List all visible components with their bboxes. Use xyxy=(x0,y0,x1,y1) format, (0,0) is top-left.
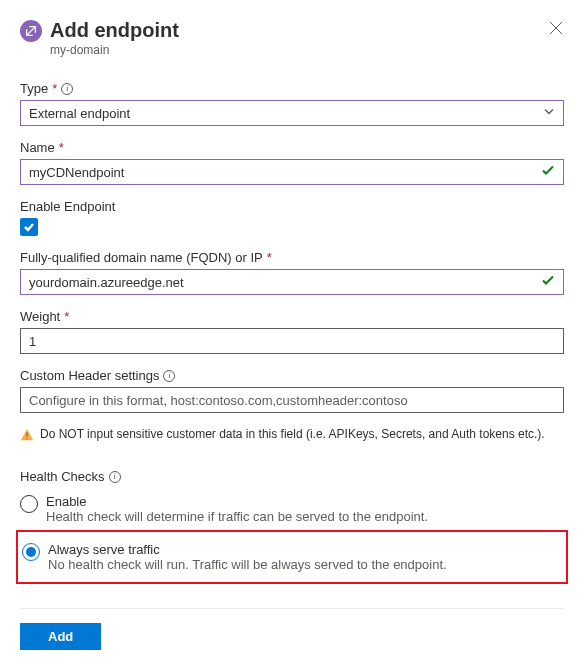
type-select[interactable]: External endpoint xyxy=(20,100,564,126)
warning-message: Do NOT input sensitive customer data in … xyxy=(20,427,564,445)
enable-checkbox[interactable] xyxy=(20,218,38,236)
required-marker: * xyxy=(52,81,57,96)
fqdn-value: yourdomain.azureedge.net xyxy=(29,275,184,290)
panel-title: Add endpoint xyxy=(50,18,179,42)
radio-desc: Health check will determine if traffic c… xyxy=(46,509,428,524)
add-button[interactable]: Add xyxy=(20,623,101,650)
health-checks-field: Health Checks i Enable Health check will… xyxy=(20,469,564,584)
enable-field: Enable Endpoint xyxy=(20,199,564,236)
type-field: Type * i External endpoint xyxy=(20,81,564,126)
custom-header-label: Custom Header settings xyxy=(20,368,159,383)
required-marker: * xyxy=(59,140,64,155)
name-label: Name xyxy=(20,140,55,155)
radio-desc: No health check will run. Traffic will b… xyxy=(48,557,447,572)
health-checks-label: Health Checks xyxy=(20,469,105,484)
footer: Add xyxy=(20,608,564,650)
name-input[interactable]: myCDNendpoint xyxy=(20,159,564,185)
enable-label: Enable Endpoint xyxy=(20,199,115,214)
info-icon[interactable]: i xyxy=(109,471,121,483)
fqdn-field: Fully-qualified domain name (FQDN) or IP… xyxy=(20,250,564,295)
custom-header-placeholder: Configure in this format, host:contoso.c… xyxy=(29,393,408,408)
health-option-enable[interactable]: Enable Health check will determine if tr… xyxy=(20,490,564,528)
panel-subtitle: my-domain xyxy=(50,43,179,57)
custom-header-field: Custom Header settings i Configure in th… xyxy=(20,368,564,413)
panel-header: Add endpoint my-domain xyxy=(20,18,564,57)
weight-input[interactable]: 1 xyxy=(20,328,564,354)
info-icon[interactable]: i xyxy=(61,83,73,95)
name-value: myCDNendpoint xyxy=(29,165,124,180)
radio-checked-icon[interactable] xyxy=(22,543,40,561)
name-field: Name * myCDNendpoint xyxy=(20,140,564,185)
health-option-always[interactable]: Always serve traffic No health check wil… xyxy=(22,538,562,576)
weight-value: 1 xyxy=(29,334,36,349)
endpoint-icon xyxy=(20,20,42,42)
radio-unchecked-icon[interactable] xyxy=(20,495,38,513)
chevron-down-icon xyxy=(543,106,555,121)
close-button[interactable] xyxy=(548,20,564,36)
weight-field: Weight * 1 xyxy=(20,309,564,354)
required-marker: * xyxy=(267,250,272,265)
type-label: Type xyxy=(20,81,48,96)
warning-icon xyxy=(20,428,34,445)
highlighted-selection: Always serve traffic No health check wil… xyxy=(16,530,568,584)
required-marker: * xyxy=(64,309,69,324)
radio-label: Enable xyxy=(46,494,428,509)
info-icon[interactable]: i xyxy=(163,370,175,382)
type-value: External endpoint xyxy=(29,106,130,121)
valid-check-icon xyxy=(541,164,555,181)
custom-header-input[interactable]: Configure in this format, host:contoso.c… xyxy=(20,387,564,413)
radio-label: Always serve traffic xyxy=(48,542,447,557)
warning-text: Do NOT input sensitive customer data in … xyxy=(40,427,545,441)
weight-label: Weight xyxy=(20,309,60,324)
fqdn-label: Fully-qualified domain name (FQDN) or IP xyxy=(20,250,263,265)
fqdn-input[interactable]: yourdomain.azureedge.net xyxy=(20,269,564,295)
valid-check-icon xyxy=(541,274,555,291)
